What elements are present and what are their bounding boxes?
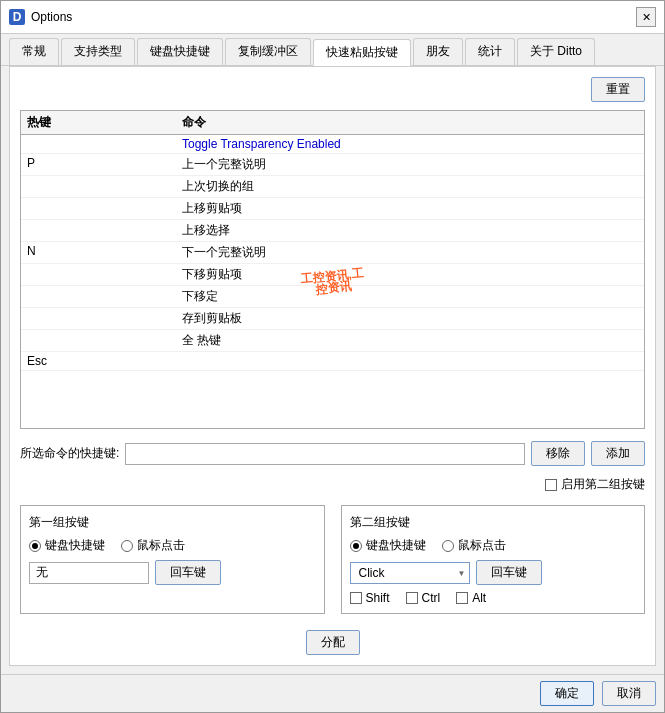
remove-button[interactable]: 移除 [531,441,585,466]
cell-hotkey: N [27,244,182,261]
group1-box: 第一组按键 键盘快捷键 鼠标点击 回车键 [20,505,325,614]
shift-label: Shift [366,591,390,605]
shift-checkbox-item[interactable]: Shift [350,591,390,605]
group1-mouse-label: 鼠标点击 [137,537,185,554]
ctrl-label: Ctrl [422,591,441,605]
cell-command: 存到剪贴板 [182,310,638,327]
table-row[interactable]: 上移选择 [21,220,644,242]
tab-quick-paste[interactable]: 快速粘贴按键 [313,39,411,66]
table-row[interactable]: Esc [21,352,644,371]
table-row[interactable]: 全 热键 [21,330,644,352]
assign-row: 分配 [20,630,645,655]
group1-keyboard-label: 键盘快捷键 [45,537,105,554]
close-button[interactable]: ✕ [636,7,656,27]
alt-label: Alt [472,591,486,605]
cell-command: 下移定 [182,288,638,305]
main-content: 重置 热键 命令 工控资讯,工 控资讯 Toggle Transparency … [9,66,656,666]
group1-text-input[interactable] [29,562,149,584]
table-row[interactable]: 下移定 [21,286,644,308]
use-second-checkbox[interactable] [545,479,557,491]
cell-command: 下一个完整说明 [182,244,638,261]
table-row[interactable]: N 下一个完整说明 [21,242,644,264]
group2-checkbox-row: Shift Ctrl Alt [350,591,637,605]
group2-radio-keyboard[interactable]: 键盘快捷键 [350,537,426,554]
cell-hotkey [27,288,182,305]
cell-command [182,354,638,368]
table-row[interactable]: Toggle Transparency Enabled [21,135,644,154]
shortcut-label: 所选命令的快捷键: [20,445,119,462]
tab-friends[interactable]: 朋友 [413,38,463,65]
table-row[interactable]: 下移剪贴项 [21,264,644,286]
cell-command: 上次切换的组 [182,178,638,195]
tab-stats[interactable]: 统计 [465,38,515,65]
tab-bar: 常规 支持类型 键盘快捷键 复制缓冲区 快速粘贴按键 朋友 统计 关于 Ditt… [1,34,664,66]
tab-general[interactable]: 常规 [9,38,59,65]
cell-command: 上移选择 [182,222,638,239]
group1-radio-keyboard[interactable]: 键盘快捷键 [29,537,105,554]
table-header: 热键 命令 [21,111,644,135]
reset-button[interactable]: 重置 [591,77,645,102]
cell-command: 上移剪贴项 [182,200,638,217]
group2-mouse-label: 鼠标点击 [458,537,506,554]
col-command-header: 命令 [182,114,638,131]
cancel-button[interactable]: 取消 [602,681,656,706]
table-row[interactable]: 存到剪贴板 [21,308,644,330]
groups-container: 第一组按键 键盘快捷键 鼠标点击 回车键 [20,505,645,614]
use-second-key-row: 启用第二组按键 [545,476,645,493]
table-body[interactable]: 工控资讯,工 控资讯 Toggle Transparency Enabled P… [21,135,644,428]
alt-checkbox[interactable] [456,592,468,604]
group1-input-row: 回车键 [29,560,316,585]
app-icon: D [9,9,25,25]
tab-support-type[interactable]: 支持类型 [61,38,135,65]
cell-command: Toggle Transparency Enabled [182,137,638,151]
cell-hotkey [27,178,182,195]
ctrl-checkbox[interactable] [406,592,418,604]
add-button[interactable]: 添加 [591,441,645,466]
reset-row: 重置 [20,77,645,102]
tab-clipboard-buffer[interactable]: 复制缓冲区 [225,38,311,65]
group2-dropdown-wrap: Click Right Click Double Click Middle Cl… [350,562,470,584]
ok-button[interactable]: 确定 [540,681,594,706]
cell-hotkey [27,222,182,239]
table-row[interactable]: P 上一个完整说明 [21,154,644,176]
group2-keyboard-radio-circle [350,540,362,552]
group1-mouse-radio-circle [121,540,133,552]
group2-title: 第二组按键 [350,514,637,531]
cell-hotkey [27,200,182,217]
cell-command: 上一个完整说明 [182,156,638,173]
window-title: Options [31,10,72,24]
group2-dropdown[interactable]: Click Right Click Double Click Middle Cl… [350,562,470,584]
cell-command: 全 热键 [182,332,638,349]
ctrl-checkbox-item[interactable]: Ctrl [406,591,441,605]
alt-checkbox-item[interactable]: Alt [456,591,486,605]
group1-keyboard-radio-circle [29,540,41,552]
tab-keyboard-shortcuts[interactable]: 键盘快捷键 [137,38,223,65]
group2-keyboard-label: 键盘快捷键 [366,537,426,554]
cell-hotkey [27,266,182,283]
tab-about[interactable]: 关于 Ditto [517,38,595,65]
group1-enter-btn[interactable]: 回车键 [155,560,221,585]
footer: 确定 取消 [1,674,664,712]
cell-command: 下移剪贴项 [182,266,638,283]
shortcut-input[interactable] [125,443,525,465]
cell-hotkey: Esc [27,354,182,368]
assign-button[interactable]: 分配 [306,630,360,655]
group2-radio-mouse[interactable]: 鼠标点击 [442,537,506,554]
group2-radio-row: 键盘快捷键 鼠标点击 [350,537,637,554]
cell-hotkey: P [27,156,182,173]
options-window: D Options ✕ 常规 支持类型 键盘快捷键 复制缓冲区 快速粘贴按键 朋… [0,0,665,713]
shift-checkbox[interactable] [350,592,362,604]
cell-hotkey [27,137,182,151]
group1-radio-mouse[interactable]: 鼠标点击 [121,537,185,554]
col-hotkey-header: 热键 [27,114,182,131]
group2-enter-btn[interactable]: 回车键 [476,560,542,585]
group2-input-row: Click Right Click Double Click Middle Cl… [350,560,637,585]
table-row[interactable]: 上移剪贴项 [21,198,644,220]
cell-hotkey [27,332,182,349]
cell-hotkey [27,310,182,327]
group1-radio-row: 键盘快捷键 鼠标点击 [29,537,316,554]
shortcut-row: 所选命令的快捷键: 移除 添加 [20,441,645,466]
use-second-label: 启用第二组按键 [561,476,645,493]
title-bar: D Options ✕ [1,1,664,34]
table-row[interactable]: 上次切换的组 [21,176,644,198]
